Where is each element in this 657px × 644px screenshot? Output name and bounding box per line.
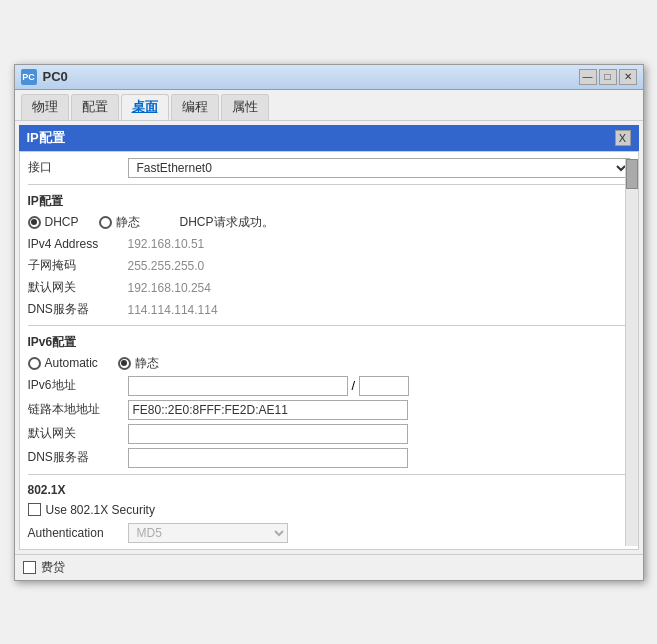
form-area: 接口 FastEthernet0 IP配置 DHCP 静态 DHCP请求成功。 — [19, 151, 639, 550]
bottom-bar: 费贷 — [15, 554, 643, 580]
subnet-mask-value: 255.255.255.0 — [128, 259, 630, 273]
dns-ipv6-row: DNS服务器 — [28, 446, 630, 470]
divider-3 — [28, 474, 630, 475]
static-ipv6-radio-circle[interactable] — [118, 357, 131, 370]
tab-config[interactable]: 配置 — [71, 94, 119, 120]
static-radio-label: 静态 — [116, 214, 140, 231]
bottom-checkbox[interactable] — [23, 561, 36, 574]
main-window: PC PC0 — □ ✕ 物理 配置 桌面 编程 属性 IP配置 X 接口 Fa… — [14, 64, 644, 581]
tab-physics[interactable]: 物理 — [21, 94, 69, 120]
ipv6-slash: / — [352, 378, 356, 393]
authentication-select[interactable]: MD5 — [128, 523, 288, 543]
ip-config-title: IP配置 — [27, 129, 65, 147]
automatic-radio-label: Automatic — [45, 356, 98, 370]
dns-ipv6-input[interactable] — [128, 448, 408, 468]
subnet-mask-row: 子网掩码 255.255.255.0 — [28, 255, 630, 277]
default-gateway-ipv6-row: 默认网关 — [28, 422, 630, 446]
default-gateway-row: 默认网关 192.168.10.254 — [28, 277, 630, 299]
interface-select[interactable]: FastEthernet0 — [128, 158, 630, 178]
link-local-row: 链路本地地址 — [28, 398, 630, 422]
default-gateway-label: 默认网关 — [28, 279, 128, 296]
static-radio-circle[interactable] — [99, 216, 112, 229]
default-gateway-ipv6-input[interactable] — [128, 424, 408, 444]
ipv6-addr-inputs: / — [128, 376, 410, 396]
static-ipv6-radio-label: 静态 — [135, 355, 159, 372]
dot1x-section-title: 802.1X — [28, 479, 630, 499]
ipv6-section-title: IPv6配置 — [28, 330, 630, 353]
use-8021x-checkbox[interactable] — [28, 503, 41, 516]
interface-label: 接口 — [28, 159, 128, 176]
scrollbar[interactable] — [625, 159, 639, 546]
ipv6-mode-row: Automatic 静态 — [28, 353, 630, 374]
tab-desktop[interactable]: 桌面 — [121, 94, 169, 120]
link-local-label: 链路本地地址 — [28, 401, 128, 418]
authentication-row: Authentication MD5 — [28, 521, 630, 545]
ipv6-prefix-input[interactable] — [359, 376, 409, 396]
tab-program[interactable]: 编程 — [171, 94, 219, 120]
subnet-mask-label: 子网掩码 — [28, 257, 128, 274]
interface-row: 接口 FastEthernet0 — [28, 156, 630, 180]
link-local-input[interactable] — [128, 400, 408, 420]
ipv6-address-row: IPv6地址 / — [28, 374, 630, 398]
ipv4-section-title: IP配置 — [28, 189, 630, 212]
dhcp-radio-circle[interactable] — [28, 216, 41, 229]
default-gateway-ipv6-label: 默认网关 — [28, 425, 128, 442]
dns-label: DNS服务器 — [28, 301, 128, 318]
restore-button[interactable]: □ — [599, 69, 617, 85]
authentication-label: Authentication — [28, 526, 128, 540]
dns-value: 114.114.114.114 — [128, 303, 630, 317]
use-8021x-label: Use 802.1X Security — [46, 503, 155, 517]
dhcp-status: DHCP请求成功。 — [180, 214, 274, 231]
ipv4-address-row: IPv4 Address 192.168.10.51 — [28, 233, 630, 255]
ipv6-address-label: IPv6地址 — [28, 377, 128, 394]
divider-2 — [28, 325, 630, 326]
ip-config-close-button[interactable]: X — [615, 130, 631, 146]
dns-row: DNS服务器 114.114.114.114 — [28, 299, 630, 321]
ipv6-address-input[interactable] — [128, 376, 348, 396]
bottom-checkbox-item[interactable]: 费贷 — [23, 559, 65, 576]
bottom-checkbox-label: 费贷 — [41, 559, 65, 576]
minimize-button[interactable]: — — [579, 69, 597, 85]
automatic-radio-circle[interactable] — [28, 357, 41, 370]
tab-property[interactable]: 属性 — [221, 94, 269, 120]
close-button[interactable]: ✕ — [619, 69, 637, 85]
title-bar: PC PC0 — □ ✕ — [15, 65, 643, 90]
use-8021x-checkbox-item[interactable]: Use 802.1X Security — [28, 503, 155, 517]
title-controls: — □ ✕ — [579, 69, 637, 85]
title-bar-left: PC PC0 — [21, 69, 68, 85]
dhcp-radio-label: DHCP — [45, 215, 79, 229]
scrollbar-thumb[interactable] — [626, 159, 638, 189]
content-area: IP配置 X 接口 FastEthernet0 IP配置 DHCP — [15, 125, 643, 580]
static-radio[interactable]: 静态 — [99, 214, 140, 231]
ip-config-header: IP配置 X — [19, 125, 639, 151]
ipv4-mode-row: DHCP 静态 DHCP请求成功。 — [28, 212, 630, 233]
window-title: PC0 — [43, 69, 68, 84]
divider-1 — [28, 184, 630, 185]
static-ipv6-radio[interactable]: 静态 — [118, 355, 159, 372]
automatic-radio[interactable]: Automatic — [28, 356, 98, 370]
ipv4-address-value: 192.168.10.51 — [128, 237, 630, 251]
default-gateway-value: 192.168.10.254 — [128, 281, 630, 295]
ipv4-address-label: IPv4 Address — [28, 237, 128, 251]
dhcp-radio[interactable]: DHCP — [28, 215, 79, 229]
tabs-bar: 物理 配置 桌面 编程 属性 — [15, 90, 643, 121]
app-icon: PC — [21, 69, 37, 85]
dns-ipv6-label: DNS服务器 — [28, 449, 128, 466]
use-8021x-row: Use 802.1X Security — [28, 499, 630, 521]
